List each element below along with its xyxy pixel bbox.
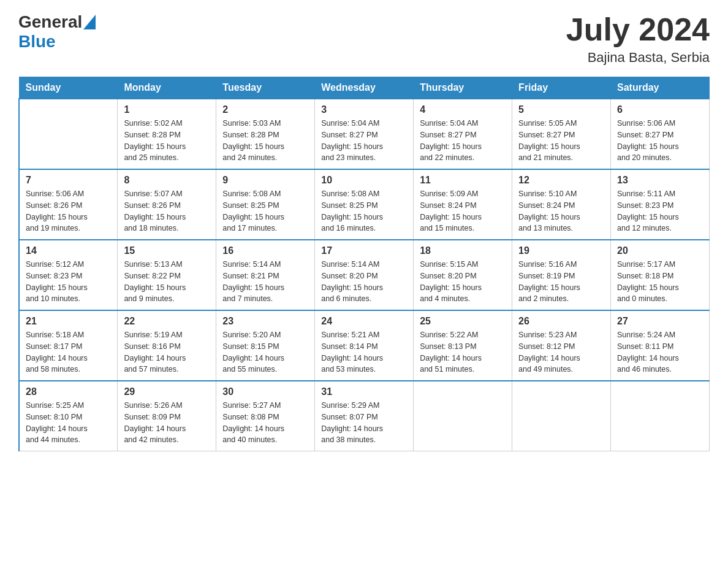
day-info: Sunrise: 5:08 AMSunset: 8:25 PMDaylight:… [222,188,308,234]
day-number: 26 [518,316,604,327]
header-monday: Monday [118,77,216,99]
calendar-cell: 16Sunrise: 5:14 AMSunset: 8:21 PMDayligh… [216,240,315,310]
calendar-cell: 22Sunrise: 5:19 AMSunset: 8:16 PMDayligh… [118,310,216,381]
day-info: Sunrise: 5:10 AMSunset: 8:24 PMDaylight:… [518,188,604,234]
logo-general: General [18,12,82,32]
day-info: Sunrise: 5:16 AMSunset: 8:19 PMDaylight:… [518,259,604,305]
day-number: 31 [321,386,407,397]
calendar-cell: 30Sunrise: 5:27 AMSunset: 8:08 PMDayligh… [216,381,315,451]
day-number: 19 [518,245,604,256]
calendar-cell: 4Sunrise: 5:04 AMSunset: 8:27 PMDaylight… [414,99,512,169]
calendar-cell: 27Sunrise: 5:24 AMSunset: 8:11 PMDayligh… [611,310,710,381]
header-wednesday: Wednesday [315,77,414,99]
day-number: 29 [124,386,210,397]
day-number: 24 [321,316,407,327]
day-number: 20 [617,245,703,256]
day-number: 21 [26,316,111,327]
day-info: Sunrise: 5:12 AMSunset: 8:23 PMDaylight:… [26,259,111,305]
logo-triangle-icon [83,15,96,29]
title-block: July 2024 Bajina Basta, Serbia [566,12,710,66]
calendar-cell: 1Sunrise: 5:02 AMSunset: 8:28 PMDaylight… [118,99,216,169]
calendar-cell: 6Sunrise: 5:06 AMSunset: 8:27 PMDaylight… [611,99,710,169]
page-header: General Blue July 2024 Bajina Basta, Ser… [18,12,710,66]
day-number: 14 [26,245,111,256]
calendar-cell: 2Sunrise: 5:03 AMSunset: 8:28 PMDaylight… [216,99,315,169]
calendar-cell [414,381,512,451]
day-number: 6 [617,104,703,115]
week-row-2: 7Sunrise: 5:06 AMSunset: 8:26 PMDaylight… [19,169,710,240]
week-row-1: 1Sunrise: 5:02 AMSunset: 8:28 PMDaylight… [19,99,710,169]
svg-marker-0 [83,15,96,29]
calendar-cell: 13Sunrise: 5:11 AMSunset: 8:23 PMDayligh… [611,169,710,240]
calendar-cell [512,381,611,451]
calendar-cell: 8Sunrise: 5:07 AMSunset: 8:26 PMDaylight… [118,169,216,240]
calendar-cell: 12Sunrise: 5:10 AMSunset: 8:24 PMDayligh… [512,169,611,240]
day-info: Sunrise: 5:18 AMSunset: 8:17 PMDaylight:… [26,329,111,375]
calendar-cell [611,381,710,451]
day-number: 28 [26,386,111,397]
day-info: Sunrise: 5:22 AMSunset: 8:13 PMDaylight:… [420,329,506,375]
day-number: 12 [518,175,604,186]
calendar-cell: 19Sunrise: 5:16 AMSunset: 8:19 PMDayligh… [512,240,611,310]
day-info: Sunrise: 5:19 AMSunset: 8:16 PMDaylight:… [124,329,210,375]
calendar-header-row: SundayMondayTuesdayWednesdayThursdayFrid… [19,77,710,99]
header-saturday: Saturday [611,77,710,99]
calendar-cell: 7Sunrise: 5:06 AMSunset: 8:26 PMDaylight… [19,169,118,240]
calendar-cell: 14Sunrise: 5:12 AMSunset: 8:23 PMDayligh… [19,240,118,310]
calendar-cell: 25Sunrise: 5:22 AMSunset: 8:13 PMDayligh… [414,310,512,381]
day-info: Sunrise: 5:15 AMSunset: 8:20 PMDaylight:… [420,259,506,305]
calendar-cell: 28Sunrise: 5:25 AMSunset: 8:10 PMDayligh… [19,381,118,451]
day-info: Sunrise: 5:26 AMSunset: 8:09 PMDaylight:… [124,400,210,446]
day-info: Sunrise: 5:02 AMSunset: 8:28 PMDaylight:… [124,118,210,164]
day-info: Sunrise: 5:09 AMSunset: 8:24 PMDaylight:… [420,188,506,234]
day-number: 16 [222,245,308,256]
day-number: 18 [420,245,506,256]
day-number: 1 [124,104,210,115]
day-number: 30 [222,386,308,397]
calendar-cell: 9Sunrise: 5:08 AMSunset: 8:25 PMDaylight… [216,169,315,240]
day-info: Sunrise: 5:11 AMSunset: 8:23 PMDaylight:… [617,188,703,234]
day-info: Sunrise: 5:04 AMSunset: 8:27 PMDaylight:… [420,118,506,164]
header-thursday: Thursday [414,77,512,99]
day-info: Sunrise: 5:20 AMSunset: 8:15 PMDaylight:… [222,329,308,375]
day-info: Sunrise: 5:08 AMSunset: 8:25 PMDaylight:… [321,188,407,234]
day-number: 9 [222,175,308,186]
day-number: 22 [124,316,210,327]
page-title: July 2024 [566,12,710,47]
day-number: 8 [124,175,210,186]
calendar-cell: 5Sunrise: 5:05 AMSunset: 8:27 PMDaylight… [512,99,611,169]
day-number: 25 [420,316,506,327]
calendar-cell: 20Sunrise: 5:17 AMSunset: 8:18 PMDayligh… [611,240,710,310]
calendar-cell: 15Sunrise: 5:13 AMSunset: 8:22 PMDayligh… [118,240,216,310]
day-info: Sunrise: 5:29 AMSunset: 8:07 PMDaylight:… [321,400,407,446]
day-number: 13 [617,175,703,186]
day-info: Sunrise: 5:21 AMSunset: 8:14 PMDaylight:… [321,329,407,375]
day-number: 2 [222,104,308,115]
calendar-cell: 24Sunrise: 5:21 AMSunset: 8:14 PMDayligh… [315,310,414,381]
day-number: 27 [617,316,703,327]
day-info: Sunrise: 5:03 AMSunset: 8:28 PMDaylight:… [222,118,308,164]
logo: General Blue [18,12,96,52]
calendar-cell: 29Sunrise: 5:26 AMSunset: 8:09 PMDayligh… [118,381,216,451]
day-info: Sunrise: 5:24 AMSunset: 8:11 PMDaylight:… [617,329,703,375]
day-info: Sunrise: 5:06 AMSunset: 8:27 PMDaylight:… [617,118,703,164]
calendar-cell: 11Sunrise: 5:09 AMSunset: 8:24 PMDayligh… [414,169,512,240]
day-number: 17 [321,245,407,256]
day-info: Sunrise: 5:23 AMSunset: 8:12 PMDaylight:… [518,329,604,375]
calendar-cell: 26Sunrise: 5:23 AMSunset: 8:12 PMDayligh… [512,310,611,381]
calendar-table: SundayMondayTuesdayWednesdayThursdayFrid… [18,77,710,451]
day-info: Sunrise: 5:04 AMSunset: 8:27 PMDaylight:… [321,118,407,164]
header-friday: Friday [512,77,611,99]
day-number: 5 [518,104,604,115]
calendar-cell: 18Sunrise: 5:15 AMSunset: 8:20 PMDayligh… [414,240,512,310]
week-row-4: 21Sunrise: 5:18 AMSunset: 8:17 PMDayligh… [19,310,710,381]
day-number: 4 [420,104,506,115]
header-tuesday: Tuesday [216,77,315,99]
day-info: Sunrise: 5:06 AMSunset: 8:26 PMDaylight:… [26,188,111,234]
day-info: Sunrise: 5:17 AMSunset: 8:18 PMDaylight:… [617,259,703,305]
day-number: 7 [26,175,111,186]
day-info: Sunrise: 5:13 AMSunset: 8:22 PMDaylight:… [124,259,210,305]
day-number: 23 [222,316,308,327]
day-info: Sunrise: 5:07 AMSunset: 8:26 PMDaylight:… [124,188,210,234]
logo-blue: Blue [18,32,56,52]
